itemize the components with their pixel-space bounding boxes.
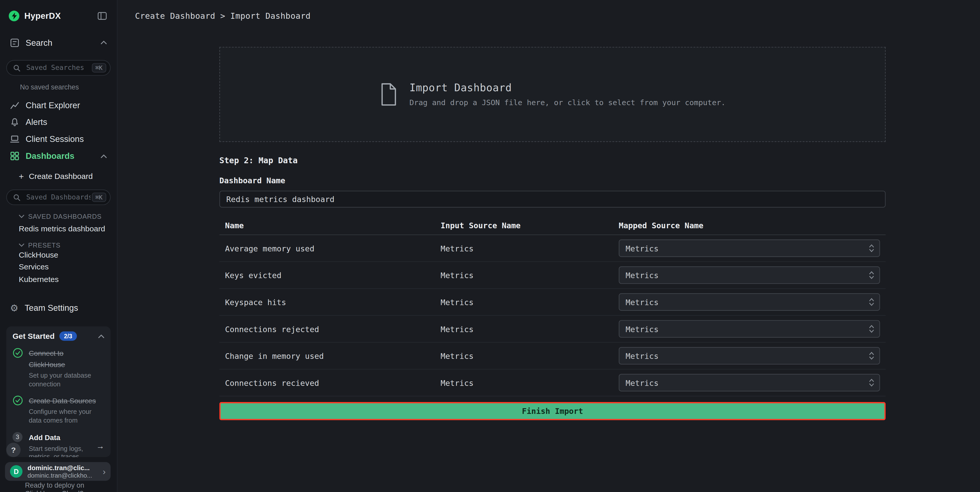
gear-icon: ⚙ (10, 303, 19, 312)
row-input-source-cell: Metrics (441, 378, 619, 387)
get-started-header[interactable]: Get Started 2/3 (13, 331, 105, 341)
mapped-source-select[interactable]: Metrics (619, 374, 880, 392)
cloud-teaser-line1: Ready to deploy on (25, 481, 84, 490)
dropzone-text: Import Dashboard Drag and drop a JSON fi… (410, 82, 725, 107)
select-chevrons-icon (869, 270, 874, 280)
chevron-right-icon: › (103, 467, 106, 476)
sidebar-item-label: Team Settings (25, 303, 78, 312)
mapped-source-select[interactable]: Metrics (619, 347, 880, 365)
dropzone-title: Import Dashboard (410, 82, 725, 94)
get-started-item-text: Add Data Start sending logs, metrics, or… (29, 431, 96, 457)
select-value: Metrics (626, 378, 869, 387)
import-dropzone[interactable]: Import Dashboard Drag and drop a JSON fi… (220, 47, 886, 142)
sidebar-item-label: Chart Explorer (26, 101, 80, 110)
mapped-source-select[interactable]: Metrics (619, 266, 880, 284)
arrow-right-icon: → (96, 442, 105, 451)
get-started-item-add-data[interactable]: 3 Add Data Start sending logs, metrics, … (13, 431, 105, 457)
get-started-item-text: Create Data Sources Configure where your… (29, 395, 98, 425)
hyperdx-app: HyperDX Search (0, 0, 980, 492)
select-chevrons-icon (869, 243, 874, 253)
sidebar-nav: Chart Explorer Alerts Client Sessions (0, 97, 117, 164)
select-value: Metrics (626, 351, 869, 360)
preset-item-kubernetes[interactable]: Kubernetes (0, 273, 117, 285)
saved-dashboard-item[interactable]: Redis metrics dashboard (0, 223, 117, 234)
group-header-label: SAVED DASHBOARDS (28, 213, 102, 220)
finish-import-button[interactable]: Finish Import (220, 402, 886, 420)
row-name-cell: Change in memory used (220, 351, 441, 360)
mapped-source-select[interactable]: Metrics (619, 293, 880, 311)
check-circle-icon (13, 395, 23, 406)
create-dashboard-label: Create Dashboard (29, 172, 92, 181)
file-icon (380, 83, 398, 106)
saved-searches-input[interactable] (25, 63, 91, 73)
preset-item-clickhouse[interactable]: ClickHouse (0, 249, 117, 261)
bell-icon (10, 118, 19, 127)
topbar: Create Dashboard > Import Dashboard (118, 0, 980, 31)
search-icon (13, 194, 21, 201)
user-email: dominic.tran@clickho... (27, 472, 100, 479)
breadcrumb[interactable]: Create Dashboard > Import Dashboard (135, 11, 310, 20)
sidebar-item-label: Dashboards (26, 151, 75, 161)
check-circle-icon (13, 347, 23, 358)
row-input-source-cell: Metrics (441, 298, 619, 307)
get-started-item-text: Connect to ClickHouse Set up your databa… (29, 347, 98, 389)
group-header-label: PRESETS (28, 241, 60, 249)
panel-collapse-icon (97, 11, 107, 20)
saved-searches-search[interactable]: ⌘K (6, 60, 110, 76)
help-button[interactable]: ? (6, 443, 21, 457)
sidebar-item-client-sessions[interactable]: Client Sessions (0, 131, 117, 148)
get-started-item-connect[interactable]: Connect to ClickHouse Set up your databa… (13, 347, 105, 389)
table-row: Change in memory used Metrics Metrics (220, 343, 886, 369)
table-row: Keyspace hits Metrics Metrics (220, 289, 886, 316)
collapse-sidebar-button[interactable] (96, 10, 108, 21)
chart-icon (10, 101, 19, 110)
avatar: D (10, 465, 22, 478)
user-menu[interactable]: D dominic.tran@clic... dominic.tran@clic… (5, 462, 110, 481)
presets-group-header[interactable]: PRESETS (0, 241, 117, 249)
chevron-up-icon (101, 41, 107, 45)
get-started-item-subtitle: Start sending logs, metrics, or traces (29, 444, 96, 457)
get-started-title: Get Started (13, 331, 55, 340)
table-row: Connections recieved Metrics Metrics (220, 369, 886, 396)
dashboards-icon (10, 151, 19, 161)
no-saved-searches-text: No saved searches (20, 83, 117, 91)
sidebar-item-chart-explorer[interactable]: Chart Explorer (0, 97, 117, 114)
get-started-card: Get Started 2/3 Connect to ClickHouse Se… (6, 326, 110, 457)
dashboard-name-input[interactable] (220, 191, 886, 208)
dashboard-name-label: Dashboard Name (220, 176, 886, 185)
saved-dashboards-search[interactable]: ⌘K (6, 189, 110, 205)
sidebar-item-team-settings[interactable]: ⚙ Team Settings (0, 299, 117, 317)
row-name-cell: Keys evicted (220, 271, 441, 280)
saved-dashboards-input[interactable] (25, 193, 91, 202)
user-info: dominic.tran@clic... dominic.tran@clickh… (27, 464, 100, 479)
user-name: dominic.tran@clic... (27, 464, 100, 471)
main-content: Import Dashboard Drag and drop a JSON fi… (118, 31, 980, 492)
get-started-item-title: Add Data (29, 434, 60, 441)
chevron-up-icon (98, 334, 104, 338)
sidebar-item-dashboards[interactable]: Dashboards (0, 148, 117, 164)
select-chevrons-icon (869, 377, 874, 388)
table-row: Average memory used Metrics Metrics (220, 235, 886, 262)
row-name-cell: Average memory used (220, 244, 441, 253)
saved-dashboards-group-header[interactable]: SAVED DASHBOARDS (0, 213, 117, 220)
get-started-item-subtitle: Set up your database connection (29, 371, 98, 389)
app-title: HyperDX (24, 11, 61, 20)
create-dashboard-button[interactable]: + Create Dashboard (0, 169, 117, 183)
get-started-item-sources[interactable]: Create Data Sources Configure where your… (13, 395, 105, 425)
plus-icon: + (19, 172, 24, 181)
preset-item-services[interactable]: Services (0, 261, 117, 273)
table-row: Keys evicted Metrics Metrics (220, 262, 886, 289)
chevron-up-icon (101, 154, 107, 158)
mapped-source-select[interactable]: Metrics (619, 240, 880, 257)
get-started-item-subtitle: Configure where your data comes from (29, 408, 98, 425)
table-header-row: Name Input Source Name Mapped Source Nam… (220, 216, 886, 235)
dropzone-subtitle: Drag and drop a JSON file here, or click… (410, 98, 725, 107)
cloud-teaser-line2: ClickHouse Cloud? (25, 490, 84, 492)
select-value: Metrics (626, 244, 869, 253)
sidebar-item-search[interactable]: Search (0, 31, 117, 54)
sidebar-item-label: Alerts (26, 118, 47, 127)
search-icon (13, 64, 21, 72)
sidebar-item-alerts[interactable]: Alerts (0, 114, 117, 131)
mapped-source-select[interactable]: Metrics (619, 320, 880, 338)
chevron-down-icon (19, 214, 24, 218)
